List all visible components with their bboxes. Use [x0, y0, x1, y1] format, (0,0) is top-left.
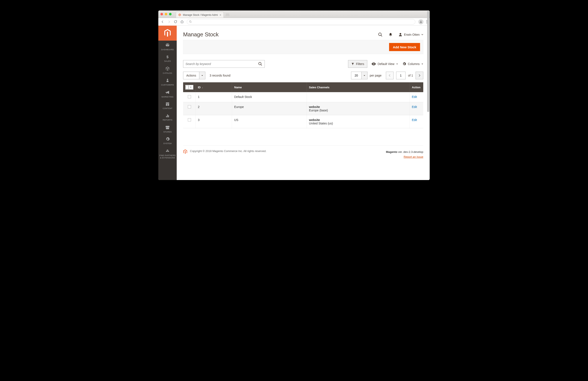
search-box[interactable]	[183, 60, 265, 68]
minimize-window-button[interactable]	[165, 13, 167, 15]
table-row: 2 Europe websiteEurope (base) Edit	[183, 102, 423, 115]
sidebar-item-stores[interactable]: STORES	[158, 123, 177, 135]
column-header-name[interactable]: Name	[232, 82, 307, 92]
edit-link[interactable]: Edit	[412, 118, 417, 122]
select-all-checkbox[interactable]	[185, 85, 193, 90]
gear-icon	[165, 137, 170, 141]
dollar-icon: $	[165, 55, 170, 59]
person-icon	[166, 78, 169, 83]
magento-logo[interactable]	[158, 26, 177, 41]
admin-sidebar: DASHBOARD $ SALES CATALOG CUSTOMERS MARK…	[158, 26, 177, 180]
sidebar-item-content[interactable]: CONTENT	[158, 100, 177, 112]
page-footer: Copyright © 2018 Magento Commerce Inc. A…	[183, 145, 423, 163]
eye-icon	[372, 63, 376, 66]
svg-point-1	[420, 21, 421, 22]
row-checkbox[interactable]	[188, 118, 191, 121]
table-row: 3 US websiteUnited States (us) Edit	[183, 115, 423, 128]
svg-text:$: $	[167, 55, 168, 59]
global-search-icon[interactable]	[378, 32, 383, 37]
page-header: Manage Stock Erwin Otten	[177, 26, 430, 40]
per-page-dropdown[interactable]: 20	[351, 72, 368, 79]
pager: of 1	[386, 72, 423, 79]
traffic-lights	[160, 13, 171, 15]
sidebar-item-sales[interactable]: $ SALES	[158, 53, 177, 64]
action-bar: Add New Stock	[183, 40, 423, 54]
default-view-button[interactable]: Default View	[372, 62, 398, 66]
toolbar-row-2: Actions 3 records found 20 per page of 1	[183, 72, 423, 79]
magento-favicon-icon	[178, 13, 181, 17]
chevron-down-icon	[421, 63, 423, 65]
sidebar-item-customers[interactable]: CUSTOMERS	[158, 76, 177, 88]
browser-profile-icon[interactable]	[418, 19, 423, 24]
toolbar-row-1: Filters Default View Columns	[183, 60, 423, 68]
browser-window: Manage Stock / Magento Admi × DASHBOARD …	[158, 10, 430, 180]
titlebar: Manage Stock / Magento Admi ×	[158, 10, 430, 18]
prev-page-button[interactable]	[386, 72, 394, 79]
svg-point-3	[167, 79, 168, 80]
storefront-icon	[165, 125, 170, 130]
svg-point-5	[399, 33, 401, 35]
svg-point-0	[189, 21, 191, 22]
bulk-actions-dropdown[interactable]: Actions	[183, 72, 205, 79]
column-header-id[interactable]: ID↓	[196, 82, 232, 92]
sidebar-item-system[interactable]: SYSTEM	[158, 135, 177, 146]
row-checkbox[interactable]	[188, 95, 191, 98]
address-input[interactable]	[187, 19, 415, 24]
chevron-down-icon	[199, 72, 205, 79]
tab-title: Manage Stock / Magento Admi	[183, 13, 218, 17]
copyright-text: Copyright © 2018 Magento Commerce Inc. A…	[190, 149, 266, 153]
edit-link[interactable]: Edit	[412, 105, 417, 109]
browser-tab[interactable]: Manage Stock / Magento Admi ×	[176, 12, 224, 18]
notifications-icon[interactable]	[389, 32, 393, 37]
stock-table: ID↓ Name Sales Channels Action 1 Default…	[183, 82, 423, 128]
magento-logo-icon	[183, 149, 187, 154]
box-icon	[165, 66, 170, 71]
column-header-action: Action	[410, 82, 423, 92]
forward-icon[interactable]	[167, 20, 171, 23]
gear-icon	[402, 62, 406, 66]
page-of-label: of 1	[408, 74, 413, 77]
url-bar	[158, 18, 430, 26]
sidebar-item-partners[interactable]: FIND PARTNERS & EXTENSIONS	[158, 146, 177, 161]
table-row: 1 Default Stock Edit	[183, 92, 423, 102]
sidebar-item-catalog[interactable]: CATALOG	[158, 64, 177, 76]
next-page-button[interactable]	[416, 72, 423, 79]
maximize-window-button[interactable]	[169, 13, 171, 15]
back-icon[interactable]	[161, 20, 164, 23]
sidebar-item-dashboard[interactable]: DASHBOARD	[158, 41, 177, 53]
add-new-stock-button[interactable]: Add New Stock	[389, 43, 420, 51]
columns-button[interactable]: Columns	[402, 62, 423, 66]
search-icon[interactable]	[258, 62, 262, 66]
reload-icon[interactable]	[174, 20, 177, 23]
user-menu[interactable]: Erwin Otten	[399, 33, 423, 37]
sidebar-item-reports[interactable]: REPORTS	[158, 112, 177, 123]
user-icon	[399, 33, 402, 37]
svg-point-4	[378, 33, 381, 36]
chevron-down-icon	[361, 72, 367, 79]
svg-point-6	[259, 63, 261, 65]
bars-icon	[165, 113, 170, 118]
layout-icon	[165, 102, 170, 106]
search-icon	[189, 20, 192, 23]
scrollbar-thumb[interactable]	[427, 26, 429, 112]
app-body: DASHBOARD $ SALES CATALOG CUSTOMERS MARK…	[158, 26, 430, 180]
close-window-button[interactable]	[160, 13, 163, 15]
page-input[interactable]	[396, 72, 405, 79]
sidebar-item-marketing[interactable]: MARKETING	[158, 88, 177, 100]
home-icon[interactable]	[180, 20, 184, 23]
close-tab-icon[interactable]: ×	[219, 13, 221, 17]
sort-desc-icon: ↓	[202, 86, 203, 89]
report-issue-link[interactable]: Report an Issue	[404, 155, 423, 158]
scrollbar[interactable]	[427, 26, 429, 179]
column-header-channels[interactable]: Sales Channels	[307, 82, 410, 92]
dashboard-icon	[165, 43, 170, 47]
page-title: Manage Stock	[183, 31, 378, 38]
edit-link[interactable]: Edit	[412, 95, 417, 99]
chevron-down-icon	[421, 34, 423, 36]
funnel-icon	[351, 63, 354, 66]
row-checkbox[interactable]	[188, 105, 191, 108]
search-input[interactable]	[186, 62, 256, 66]
filters-button[interactable]: Filters	[348, 60, 367, 68]
main-content: Manage Stock Erwin Otten Add New Stock	[177, 26, 430, 180]
new-tab-button[interactable]	[225, 12, 230, 17]
